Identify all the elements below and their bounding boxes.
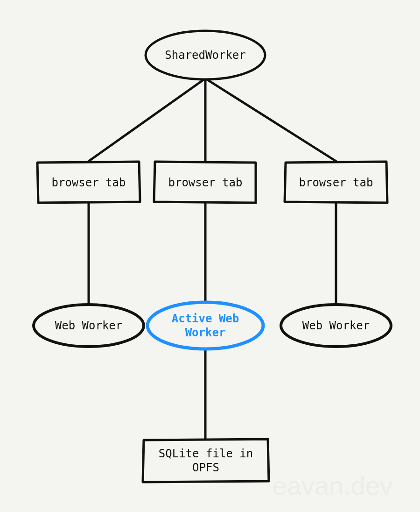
label-worker-2: Active Web Worker [149, 311, 261, 340]
diagram-canvas [0, 0, 420, 512]
edge-shared-to-tab1 [89, 78, 205, 161]
label-sqlite: SQLite file in OPFS [144, 440, 268, 481]
label-tab-1: browser tab [38, 163, 139, 203]
label-shared-worker: SharedWorker [146, 46, 265, 64]
label-tab-3: browser tab [286, 163, 386, 203]
label-tab-2: browser tab [155, 163, 256, 203]
label-worker-1: Web Worker [34, 316, 144, 335]
label-worker-3: Web Worker [281, 316, 391, 335]
edge-shared-to-tab3 [205, 78, 336, 161]
